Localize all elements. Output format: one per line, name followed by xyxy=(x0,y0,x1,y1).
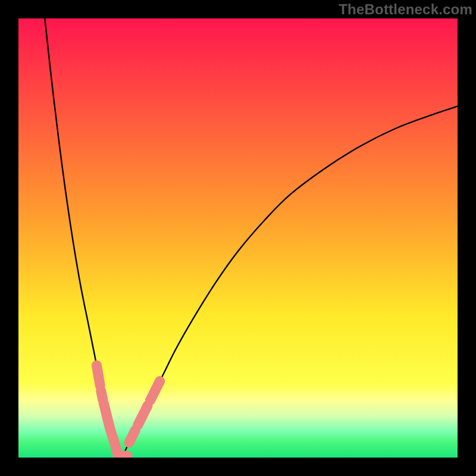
sausage-marker xyxy=(96,365,100,386)
sausage-marker xyxy=(131,430,135,437)
sausage-marker xyxy=(145,406,148,411)
watermark-label: TheBottleneck.com xyxy=(339,1,472,18)
chart-canvas xyxy=(18,18,458,458)
svg-line-12 xyxy=(157,381,159,387)
sausage-marker xyxy=(157,381,159,387)
svg-line-0 xyxy=(96,365,100,386)
svg-line-10 xyxy=(145,406,148,411)
svg-line-8 xyxy=(131,430,135,437)
sausage-marker xyxy=(104,403,109,427)
gradient-background xyxy=(18,18,458,458)
svg-line-2 xyxy=(104,403,109,427)
outer-frame: TheBottleneck.com xyxy=(0,0,476,476)
sausage-marker xyxy=(115,444,117,452)
svg-line-4 xyxy=(115,444,117,452)
plot-area xyxy=(18,18,458,458)
